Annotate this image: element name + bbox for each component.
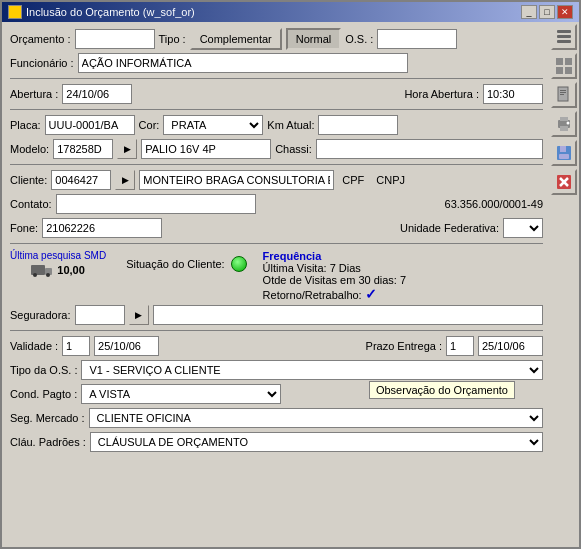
- fone-input[interactable]: [42, 218, 162, 238]
- prazo-label: Prazo Entrega :: [366, 340, 442, 352]
- ultima-visita-value: 7 Dias: [330, 262, 361, 274]
- side-btn-6[interactable]: [551, 169, 577, 195]
- row-cond-pagto: Cond. Pagto : A VISTA Observação do Orça…: [10, 383, 543, 405]
- validade-date[interactable]: [94, 336, 159, 356]
- ultima-visita-label: Última Visita:: [263, 262, 327, 274]
- contato-input[interactable]: [56, 194, 256, 214]
- cliente-lookup-button[interactable]: ▶: [115, 170, 135, 190]
- svg-rect-17: [560, 126, 568, 131]
- seguradora-label: Seguradora:: [10, 309, 71, 321]
- divider-5: [10, 330, 543, 331]
- obs-tooltip: Observação do Orçamento: [369, 381, 515, 399]
- clau-padroes-label: Cláu. Padrões :: [10, 436, 86, 448]
- smd-value: 10,00: [57, 264, 85, 276]
- modelo-lookup-button[interactable]: ▶: [117, 139, 137, 159]
- smd-section: Última pesquisa SMD 10,00: [10, 248, 106, 277]
- orcamento-input[interactable]: [75, 29, 155, 49]
- doc-icon: [555, 86, 573, 104]
- window-title: Inclusão do Orçamento (w_sof_or): [26, 6, 195, 18]
- svg-rect-0: [31, 265, 45, 275]
- svg-point-18: [567, 122, 570, 125]
- situacao-section: Situação do Cliente:: [126, 248, 246, 272]
- minimize-button[interactable]: _: [521, 5, 537, 19]
- seguradora-lookup-button[interactable]: ▶: [129, 305, 149, 325]
- funcionario-input[interactable]: [78, 53, 408, 73]
- maximize-button[interactable]: □: [539, 5, 555, 19]
- db-icon: [555, 28, 573, 46]
- situacao-indicator: [231, 256, 247, 272]
- hora-abertura-input[interactable]: [483, 84, 543, 104]
- side-buttons: [551, 22, 579, 547]
- cpf-label: CPF: [342, 174, 364, 186]
- side-btn-5[interactable]: [551, 140, 577, 166]
- abertura-input[interactable]: [62, 84, 132, 104]
- row-seg-mercado: Seg. Mercado : CLIENTE OFICINA: [10, 407, 543, 429]
- main-area: Orçamento : Tipo : Complementar Normal O…: [2, 22, 579, 547]
- close-button[interactable]: ✕: [557, 5, 573, 19]
- side-btn-3[interactable]: [551, 82, 577, 108]
- side-btn-1[interactable]: [551, 24, 577, 50]
- divider-1: [10, 78, 543, 79]
- unidade-fed-label: Unidade Federativa:: [400, 222, 499, 234]
- retorno-check: ✓: [365, 286, 377, 302]
- placa-input[interactable]: [45, 115, 135, 135]
- row-placa: Placa: Cor: PRATA Km Atual:: [10, 114, 543, 136]
- unidade-fed-select[interactable]: [503, 218, 543, 238]
- row-tipo-os: Tipo da O.S. : V1 - SERVIÇO A CLIENTE: [10, 359, 543, 381]
- svg-point-2: [33, 273, 37, 277]
- divider-3: [10, 164, 543, 165]
- side-btn-4[interactable]: [551, 111, 577, 137]
- seguradora-code[interactable]: [75, 305, 125, 325]
- clau-padroes-select[interactable]: CLÁUSULA DE ORÇAMENTO: [90, 432, 543, 452]
- km-atual-input[interactable]: [318, 115, 398, 135]
- abertura-label: Abertura :: [10, 88, 58, 100]
- svg-rect-9: [556, 67, 563, 74]
- cliente-code-input[interactable]: [51, 170, 111, 190]
- seg-mercado-label: Seg. Mercado :: [10, 412, 85, 424]
- seguradora-name[interactable]: [153, 305, 543, 325]
- orcamento-label: Orçamento :: [10, 33, 71, 45]
- prazo-num[interactable]: [446, 336, 474, 356]
- seg-mercado-select[interactable]: CLIENTE OFICINA: [89, 408, 543, 428]
- title-bar: Inclusão do Orçamento (w_sof_or) _ □ ✕: [2, 2, 579, 22]
- cor-select[interactable]: PRATA: [163, 115, 263, 135]
- row-orcamento: Orçamento : Tipo : Complementar Normal O…: [10, 28, 543, 50]
- modelo-desc-input[interactable]: [141, 139, 271, 159]
- svg-rect-20: [560, 146, 566, 152]
- tipo-os-select[interactable]: V1 - SERVIÇO A CLIENTE: [81, 360, 543, 380]
- row-abertura: Abertura : Hora Abertura :: [10, 83, 543, 105]
- title-bar-left: Inclusão do Orçamento (w_sof_or): [8, 5, 195, 19]
- cnpj-value-label: 63.356.000/0001-49: [445, 198, 543, 210]
- validade-num[interactable]: [62, 336, 90, 356]
- modelo-label: Modelo:: [10, 143, 49, 155]
- save-icon: [555, 144, 573, 162]
- form-area: Orçamento : Tipo : Complementar Normal O…: [2, 22, 551, 547]
- svg-rect-13: [560, 92, 566, 93]
- chassi-input[interactable]: [316, 139, 543, 159]
- complementar-button[interactable]: Complementar: [190, 28, 282, 50]
- svg-rect-8: [565, 58, 572, 65]
- prazo-date[interactable]: [478, 336, 543, 356]
- frequencia-label: Frequência: [263, 250, 407, 262]
- row-clau-padroes: Cláu. Padrões : CLÁUSULA DE ORÇAMENTO: [10, 431, 543, 453]
- frequencia-section: Frequência Última Visita: 7 Dias Otde de…: [263, 248, 407, 302]
- cancel-icon: [555, 173, 573, 191]
- row-seguradora: Seguradora: ▶: [10, 304, 543, 326]
- otde-visitas-value: 7: [400, 274, 406, 286]
- side-btn-2[interactable]: [551, 53, 577, 79]
- cliente-label: Cliente:: [10, 174, 47, 186]
- modelo-code-input[interactable]: [53, 139, 113, 159]
- cor-label: Cor:: [139, 119, 160, 131]
- divider-2: [10, 109, 543, 110]
- svg-rect-6: [557, 40, 571, 43]
- main-window: Inclusão do Orçamento (w_sof_or) _ □ ✕ O…: [0, 0, 581, 549]
- divider-4: [10, 243, 543, 244]
- os-input[interactable]: [377, 29, 457, 49]
- funcionario-label: Funcionário :: [10, 57, 74, 69]
- cliente-name-input[interactable]: [139, 170, 334, 190]
- retorno-row: Retorno/Retrabalho: ✓: [263, 286, 407, 302]
- cond-pagto-select[interactable]: A VISTA: [81, 384, 281, 404]
- svg-point-3: [46, 273, 50, 277]
- chassi-label: Chassi:: [275, 143, 312, 155]
- normal-button[interactable]: Normal: [286, 28, 341, 50]
